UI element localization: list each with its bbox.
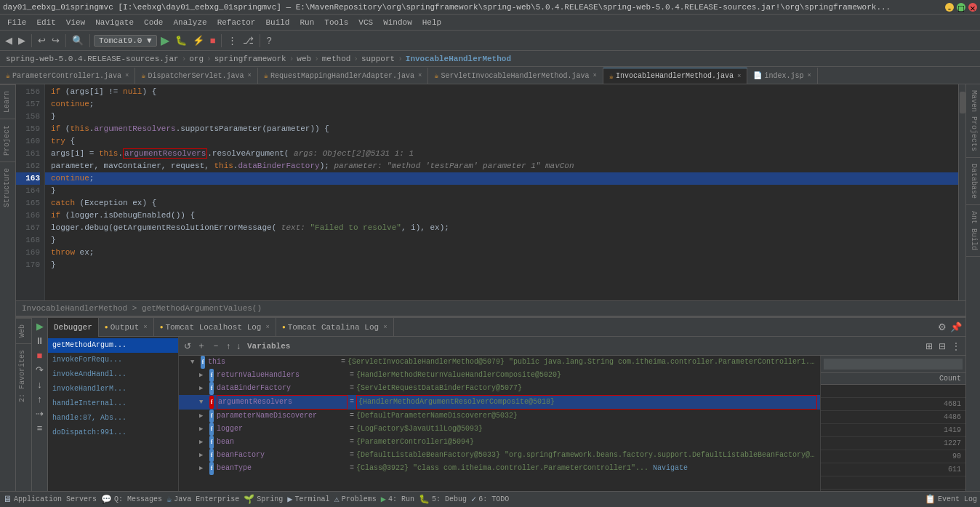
- status-run[interactable]: ▶ 4: Run: [381, 494, 414, 505]
- right-tab-ant[interactable]: Ant Build: [966, 205, 980, 257]
- call-item-5[interactable]: handle:87, Abs...: [48, 411, 178, 426]
- menu-edit[interactable]: Edit: [32, 17, 60, 28]
- tomcat-selector[interactable]: Tomcat9.0 ▼: [94, 35, 157, 47]
- undo-btn[interactable]: ↩: [36, 33, 48, 47]
- vars-add-btn[interactable]: ＋: [195, 339, 208, 353]
- minimize-btn[interactable]: -: [945, 3, 954, 12]
- debug-resume-btn[interactable]: ▶: [36, 320, 44, 332]
- debugger-tab[interactable]: Debugger: [48, 318, 99, 337]
- code-text-area[interactable]: if (args[i] != null) { continue; } if (t…: [45, 84, 958, 300]
- tab-close-3[interactable]: ×: [418, 72, 422, 79]
- status-todo[interactable]: ✓ 6: TODO: [471, 494, 509, 505]
- var-row-paramdisco[interactable]: ▶ f parameterNameDiscoverer = {DefaultPa…: [179, 410, 820, 423]
- debug-stop-btn[interactable]: ■: [36, 349, 44, 362]
- vars-search-input[interactable]: [824, 359, 963, 370]
- menu-window[interactable]: Window: [379, 17, 417, 28]
- forward-btn[interactable]: ▶: [16, 33, 28, 47]
- var-row-this[interactable]: ▼ f this = {ServletInvocableHandlerMetho…: [179, 356, 820, 369]
- tab-invocable[interactable]: ☕ InvocableHandlerMethod.java ×: [603, 68, 747, 84]
- git-btn[interactable]: ⎇: [241, 33, 256, 47]
- left-tab-project[interactable]: Project: [0, 119, 15, 161]
- tab-requestmapping[interactable]: ☕ RequestMappingHandlerAdapter.java ×: [258, 68, 428, 84]
- debug-step-over-btn[interactable]: ↷: [35, 364, 44, 376]
- vars-menu-btn[interactable]: ⋮: [949, 340, 963, 352]
- status-debug[interactable]: 🐛 5: Debug: [419, 494, 467, 505]
- right-tab-maven[interactable]: Maven Projects: [966, 84, 980, 158]
- bc-web[interactable]: web: [297, 55, 311, 63]
- tab-paramcontroller[interactable]: ☕ ParameterController1.java ×: [0, 68, 135, 84]
- tab-close-1[interactable]: ×: [125, 72, 129, 79]
- tab-dispatcherservlet[interactable]: ☕ DispatcherServlet.java ×: [135, 68, 257, 84]
- call-item-3[interactable]: invokeHandlerM...: [48, 382, 178, 396]
- menu-run[interactable]: Run: [295, 17, 318, 28]
- var-row-beanfactory[interactable]: ▶ f beanFactory = {DefaultListableBeanFa…: [179, 449, 820, 462]
- menu-analyze[interactable]: Analyze: [169, 17, 211, 28]
- close-btn[interactable]: ×: [968, 3, 977, 12]
- vars-expand-btn[interactable]: ⊞: [923, 340, 935, 352]
- bc-jar[interactable]: spring-web-5.0.4.RELEASE-sources.jar: [6, 55, 179, 63]
- left-tab-structure[interactable]: Structure: [0, 161, 15, 213]
- tomcat-catalina-tab[interactable]: ● Tomcat Catalina Log ×: [276, 318, 394, 337]
- debug-step-into-btn[interactable]: ↓: [36, 378, 43, 391]
- tomcat-localhost-tab[interactable]: ● Tomcat Localhost Log ×: [154, 318, 276, 337]
- call-item-0[interactable]: getMethodArgum...: [48, 338, 178, 353]
- output-tab[interactable]: ● Output ×: [99, 318, 154, 337]
- tomcat-catalina-close[interactable]: ×: [383, 324, 387, 331]
- status-problems[interactable]: ⚠ Problems: [334, 494, 377, 505]
- menu-file[interactable]: File: [3, 17, 31, 28]
- var-row-logger[interactable]: ▶ f logger = {LogFactory$JavaUtilLog@509…: [179, 423, 820, 436]
- vars-down-btn[interactable]: ↓: [234, 340, 243, 352]
- debug-pin-btn[interactable]: 📌: [949, 321, 963, 333]
- bc-support[interactable]: support: [361, 55, 395, 63]
- debug-step-out-btn[interactable]: ↑: [36, 393, 43, 405]
- call-item-1[interactable]: invokeForRequ...: [48, 353, 178, 367]
- coverage-btn[interactable]: ⚡: [190, 33, 206, 47]
- structure-btn[interactable]: ⋮: [225, 33, 239, 47]
- tab-close-6[interactable]: ×: [807, 72, 811, 79]
- run-btn[interactable]: ▶: [158, 32, 172, 49]
- maximize-btn[interactable]: □: [957, 3, 965, 12]
- back-btn[interactable]: ◀: [3, 33, 15, 47]
- search-everywhere-btn[interactable]: 🔍: [70, 33, 86, 47]
- var-row-beantype[interactable]: ▶ f beanType = {Class@3922} "class com.i…: [179, 462, 820, 475]
- menu-refactor[interactable]: Refactor: [213, 17, 260, 28]
- status-spring[interactable]: 🌱 Spring: [244, 494, 283, 505]
- tab-close-5[interactable]: ×: [737, 73, 741, 80]
- stop-btn[interactable]: ■: [208, 33, 218, 47]
- scroll-thumb[interactable]: [960, 92, 965, 113]
- favorites-tab-label[interactable]: 2: Favorites: [16, 343, 31, 408]
- tab-close-4[interactable]: ×: [593, 72, 597, 79]
- bc-method[interactable]: method: [322, 55, 351, 63]
- var-row-databinder[interactable]: ▶ f dataBinderFactory = {ServletRequestD…: [179, 382, 820, 395]
- call-item-6[interactable]: doDispatch:991...: [48, 426, 178, 440]
- tomcat-localhost-close[interactable]: ×: [265, 324, 269, 331]
- call-item-4[interactable]: handleInternal...: [48, 396, 178, 411]
- debug-settings-btn[interactable]: ⚙: [937, 321, 947, 333]
- debug-btn[interactable]: 🐛: [173, 33, 189, 47]
- vars-remove-btn[interactable]: －: [209, 339, 222, 353]
- var-row-argresolver[interactable]: ▼ f argumentResolvers = {HandlerMethodAr…: [179, 395, 820, 410]
- redo-btn[interactable]: ↪: [49, 33, 62, 47]
- menu-view[interactable]: View: [62, 17, 89, 28]
- menu-navigate[interactable]: Navigate: [91, 17, 138, 28]
- code-scrollbar[interactable]: [958, 84, 965, 300]
- status-terminal[interactable]: ▶ Terminal: [287, 494, 329, 505]
- right-tab-database[interactable]: Database: [966, 158, 980, 205]
- status-javaee[interactable]: ☕ Java Enterprise: [166, 494, 239, 505]
- menu-help[interactable]: Help: [418, 17, 446, 28]
- vars-refresh-btn[interactable]: ↺: [182, 340, 193, 352]
- help-btn[interactable]: ?: [264, 33, 273, 47]
- status-appservers[interactable]: 🖥 Application Servers: [3, 494, 97, 505]
- status-messages[interactable]: 💬 Q: Messages: [101, 494, 162, 505]
- debug-pause-btn[interactable]: ⏸: [34, 335, 45, 347]
- tab-servletinvocable[interactable]: ☕ ServletInvocableHandlerMethod.java ×: [428, 68, 603, 84]
- vars-collapse-btn[interactable]: ⊟: [936, 340, 948, 352]
- menu-build[interactable]: Build: [261, 17, 294, 28]
- tab-close-2[interactable]: ×: [248, 72, 252, 79]
- debug-evaluate-btn[interactable]: ≡: [36, 422, 44, 434]
- menu-vcs[interactable]: VCS: [354, 17, 377, 28]
- bc-class[interactable]: InvocableHandlerMethod: [406, 55, 511, 63]
- bc-org[interactable]: org: [189, 55, 204, 63]
- bc-springframework[interactable]: springframework: [214, 55, 286, 63]
- var-row-bean[interactable]: ▶ f bean = {ParameterController1@5094}: [179, 436, 820, 449]
